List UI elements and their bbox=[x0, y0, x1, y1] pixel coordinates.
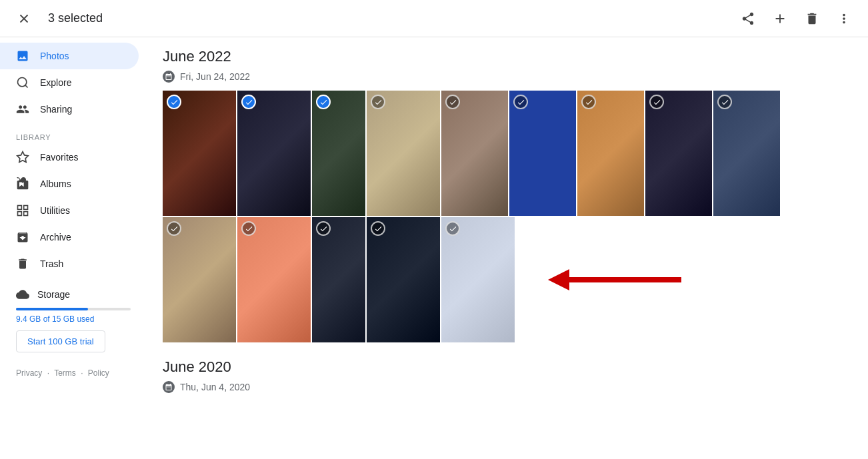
sidebar-item-photos[interactable]: Photos bbox=[0, 43, 139, 69]
dot2: · bbox=[81, 368, 83, 378]
month-title-june2020: June 2020 bbox=[163, 358, 852, 376]
trash-label: Trash bbox=[40, 258, 63, 269]
storage-bar-background bbox=[16, 308, 131, 310]
explore-label: Explore bbox=[40, 77, 71, 88]
photo-row-1 bbox=[163, 91, 852, 216]
archive-icon bbox=[16, 230, 29, 244]
row2-with-arrow bbox=[163, 217, 852, 342]
topbar: 3 selected bbox=[0, 0, 868, 37]
svg-line-3 bbox=[25, 85, 28, 88]
photos-label: Photos bbox=[40, 51, 69, 61]
utilities-label: Utilities bbox=[40, 205, 70, 216]
section-june-2022: June 2022 Fri, Jun 24, 2022 bbox=[163, 48, 852, 342]
dot1: · bbox=[47, 368, 49, 378]
storage-title: Storage bbox=[37, 289, 70, 300]
more-button[interactable] bbox=[831, 5, 857, 32]
sidebar-item-albums[interactable]: Albums bbox=[0, 171, 139, 197]
photo-check bbox=[581, 95, 596, 109]
sharing-label: Sharing bbox=[40, 104, 72, 115]
storage-label: Storage bbox=[16, 288, 131, 301]
svg-rect-8 bbox=[24, 212, 28, 216]
svg-rect-5 bbox=[18, 206, 22, 210]
photo-check bbox=[445, 95, 460, 109]
month-title-june2022: June 2022 bbox=[163, 48, 852, 65]
cloud-icon bbox=[16, 288, 29, 301]
photo-check bbox=[371, 95, 385, 109]
photo-item[interactable] bbox=[509, 91, 576, 216]
photo-item[interactable] bbox=[237, 91, 311, 216]
sidebar: Photos Explore Sharing LIBRARY bbox=[0, 37, 147, 459]
sidebar-item-explore[interactable]: Explore bbox=[0, 69, 139, 96]
photo-item[interactable] bbox=[577, 91, 644, 216]
section-june-2020: June 2020 Thu, Jun 4, 2020 bbox=[163, 358, 852, 393]
privacy-link[interactable]: Privacy bbox=[16, 368, 42, 378]
terms-link[interactable]: Terms bbox=[54, 368, 76, 378]
close-button[interactable] bbox=[11, 5, 37, 32]
content-area: June 2022 Fri, Jun 24, 2022 bbox=[147, 37, 868, 459]
svg-rect-6 bbox=[24, 206, 28, 210]
photo-check bbox=[167, 221, 181, 236]
policy-link[interactable]: Policy bbox=[88, 368, 109, 378]
date-label-june2022: Fri, Jun 24, 2022 bbox=[180, 71, 250, 82]
photo-check bbox=[513, 95, 528, 109]
favorites-icon bbox=[16, 151, 29, 164]
delete-button[interactable] bbox=[799, 5, 825, 32]
topbar-actions bbox=[735, 5, 857, 32]
trash-icon bbox=[16, 257, 29, 270]
date-row-june2020: Thu, Jun 4, 2020 bbox=[163, 381, 852, 393]
photo-check bbox=[371, 221, 385, 236]
photo-item[interactable] bbox=[163, 91, 236, 216]
photo-item[interactable] bbox=[713, 91, 780, 216]
svg-rect-7 bbox=[18, 212, 22, 216]
photos-icon bbox=[16, 49, 29, 63]
photo-check bbox=[717, 95, 732, 109]
svg-marker-4 bbox=[17, 152, 29, 163]
sidebar-item-utilities[interactable]: Utilities bbox=[0, 197, 139, 224]
photo-check bbox=[316, 95, 331, 109]
photo-item[interactable] bbox=[367, 91, 440, 216]
sidebar-item-archive[interactable]: Archive bbox=[0, 224, 139, 250]
red-arrow bbox=[548, 273, 681, 286]
share-button[interactable] bbox=[735, 5, 761, 32]
photo-item[interactable] bbox=[441, 217, 515, 342]
sharing-icon bbox=[16, 103, 29, 116]
photo-check bbox=[241, 95, 256, 109]
arrow-area bbox=[515, 217, 852, 342]
archive-label: Archive bbox=[40, 232, 71, 242]
photo-item[interactable] bbox=[163, 217, 236, 342]
photo-check bbox=[241, 221, 256, 236]
date-row-june2022: Fri, Jun 24, 2022 bbox=[163, 71, 852, 83]
sidebar-item-sharing[interactable]: Sharing bbox=[0, 96, 139, 123]
main-layout: Photos Explore Sharing LIBRARY bbox=[0, 37, 868, 459]
topbar-left: 3 selected bbox=[11, 5, 735, 32]
photo-item[interactable] bbox=[367, 217, 440, 342]
photo-check bbox=[167, 95, 181, 109]
storage-used-text: 9.4 GB of 15 GB used bbox=[16, 314, 131, 324]
storage-section: Storage 9.4 GB of 15 GB used Start 100 G… bbox=[0, 277, 147, 363]
svg-point-2 bbox=[18, 78, 27, 87]
sidebar-footer: Privacy · Terms · Policy bbox=[0, 363, 147, 383]
photo-item[interactable] bbox=[645, 91, 712, 216]
sidebar-item-trash[interactable]: Trash bbox=[0, 250, 139, 277]
utilities-icon bbox=[16, 204, 29, 217]
favorites-label: Favorites bbox=[40, 152, 79, 163]
photo-check bbox=[445, 221, 460, 236]
selection-count: 3 selected bbox=[48, 11, 103, 25]
date-label-june2020: Thu, Jun 4, 2020 bbox=[180, 382, 250, 392]
library-section-label: LIBRARY bbox=[0, 123, 147, 144]
add-button[interactable] bbox=[767, 5, 793, 32]
albums-label: Albums bbox=[40, 179, 71, 189]
photo-item[interactable] bbox=[441, 91, 508, 216]
albums-icon bbox=[16, 177, 29, 191]
calendar-icon bbox=[163, 71, 175, 83]
photo-item[interactable] bbox=[237, 217, 311, 342]
photo-row-2 bbox=[163, 217, 515, 342]
sidebar-item-favorites[interactable]: Favorites bbox=[0, 144, 139, 171]
photo-check bbox=[316, 221, 331, 236]
photo-item[interactable] bbox=[312, 91, 365, 216]
photo-item[interactable] bbox=[312, 217, 365, 342]
explore-icon bbox=[16, 76, 29, 89]
storage-bar-fill bbox=[16, 308, 88, 310]
storage-trial-button[interactable]: Start 100 GB trial bbox=[16, 330, 105, 352]
photo-check bbox=[649, 95, 664, 109]
